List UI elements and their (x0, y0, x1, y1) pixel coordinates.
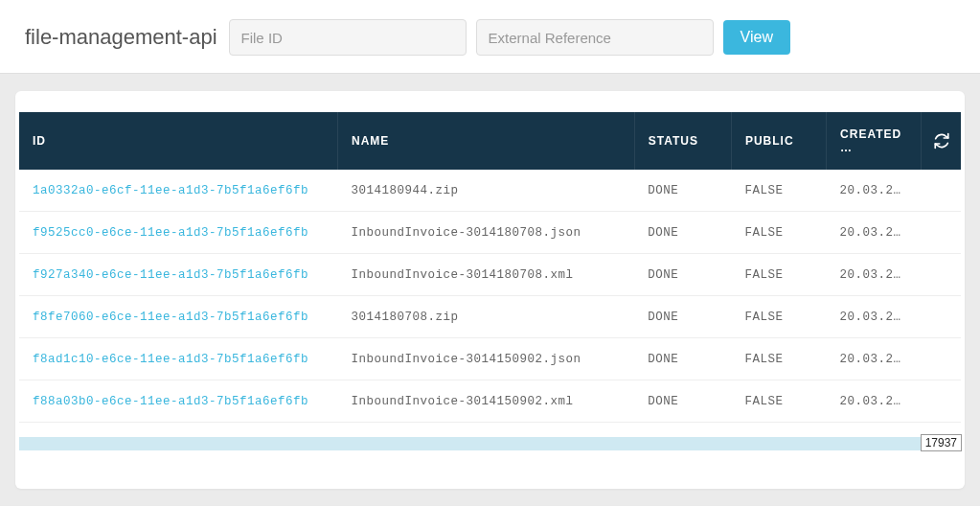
cell-created: 20.03.202… (827, 296, 922, 338)
cell-status: DONE (634, 254, 731, 296)
file-id-link[interactable]: f8ad1c10-e6ce-11ee-a1d3-7b5f1a6ef6fb (33, 353, 308, 366)
cell-created: 20.03.202… (827, 212, 922, 254)
cell-public: FALSE (731, 170, 826, 212)
horizontal-scrollbar[interactable] (19, 437, 961, 450)
cell-empty (922, 380, 961, 423)
cell-public: FALSE (731, 338, 826, 380)
table-row: f9525cc0-e6ce-11ee-a1d3-7b5f1a6ef6fbInbo… (19, 212, 961, 254)
total-count-badge: 17937 (921, 434, 962, 451)
file-id-link[interactable]: f8fe7060-e6ce-11ee-a1d3-7b5f1a6ef6fb (33, 311, 308, 324)
cell-public: FALSE (731, 212, 826, 254)
cell-status: DONE (634, 170, 731, 212)
cell-created: 20.03.202… (827, 380, 922, 423)
cell-public: FALSE (731, 254, 826, 296)
cell-empty (922, 338, 961, 380)
cell-name: InboundInvoice-3014180708.json (337, 212, 634, 254)
content-area: ID NAME STATUS PUBLIC CREATED … (0, 74, 980, 506)
file-id-input[interactable] (229, 19, 467, 56)
table-row: 1a0332a0-e6cf-11ee-a1d3-7b5f1a6ef6fb3014… (19, 170, 961, 212)
cell-id: f9525cc0-e6ce-11ee-a1d3-7b5f1a6ef6fb (19, 212, 337, 254)
cell-public: FALSE (731, 296, 826, 338)
cell-public: FALSE (731, 380, 826, 423)
cell-name: 3014180944.zip (337, 170, 634, 212)
header: file-management-api View (0, 0, 980, 74)
cell-name: InboundInvoice-3014150902.json (337, 338, 634, 380)
column-header-created[interactable]: CREATED … (827, 112, 922, 170)
table-row: f927a340-e6ce-11ee-a1d3-7b5f1a6ef6fbInbo… (19, 254, 961, 296)
cell-status: DONE (634, 296, 731, 338)
cell-id: f8fe7060-e6ce-11ee-a1d3-7b5f1a6ef6fb (19, 296, 337, 338)
table-row: f8fe7060-e6ce-11ee-a1d3-7b5f1a6ef6fb3014… (19, 296, 961, 338)
cell-name: InboundInvoice-3014180708.xml (337, 254, 634, 296)
cell-id: f88a03b0-e6ce-11ee-a1d3-7b5f1a6ef6fb (19, 380, 337, 423)
column-header-status[interactable]: STATUS (634, 112, 731, 170)
cell-status: DONE (634, 338, 731, 380)
cell-status: DONE (634, 380, 731, 423)
refresh-icon (929, 132, 953, 150)
file-id-link[interactable]: f9525cc0-e6ce-11ee-a1d3-7b5f1a6ef6fb (33, 226, 308, 240)
cell-empty (922, 296, 961, 338)
column-header-name[interactable]: NAME (337, 112, 634, 170)
cell-id: f927a340-e6ce-11ee-a1d3-7b5f1a6ef6fb (19, 254, 337, 296)
files-table: ID NAME STATUS PUBLIC CREATED … (19, 112, 961, 423)
app-title: file-management-api (25, 25, 217, 50)
column-header-id[interactable]: ID (19, 112, 337, 170)
cell-empty (922, 254, 961, 296)
cell-id: f8ad1c10-e6ce-11ee-a1d3-7b5f1a6ef6fb (19, 338, 337, 380)
column-header-public[interactable]: PUBLIC (731, 112, 826, 170)
view-button[interactable]: View (723, 20, 790, 55)
cell-created: 20.03.202… (827, 170, 922, 212)
table-card: ID NAME STATUS PUBLIC CREATED … (15, 91, 965, 489)
cell-status: DONE (634, 212, 731, 254)
cell-created: 20.03.202… (827, 254, 922, 296)
column-header-refresh[interactable] (922, 112, 961, 170)
cell-created: 20.03.202… (827, 338, 922, 380)
table-row: f8ad1c10-e6ce-11ee-a1d3-7b5f1a6ef6fbInbo… (19, 338, 961, 380)
external-reference-input[interactable] (476, 19, 714, 56)
file-id-link[interactable]: f927a340-e6ce-11ee-a1d3-7b5f1a6ef6fb (33, 268, 308, 282)
file-id-link[interactable]: 1a0332a0-e6cf-11ee-a1d3-7b5f1a6ef6fb (33, 184, 308, 197)
cell-name: InboundInvoice-3014150902.xml (337, 380, 634, 423)
cell-empty (922, 170, 961, 212)
cell-name: 3014180708.zip (337, 296, 634, 338)
file-id-link[interactable]: f88a03b0-e6ce-11ee-a1d3-7b5f1a6ef6fb (33, 395, 308, 408)
table-row: f88a03b0-e6ce-11ee-a1d3-7b5f1a6ef6fbInbo… (19, 380, 961, 423)
cell-id: 1a0332a0-e6cf-11ee-a1d3-7b5f1a6ef6fb (19, 170, 337, 212)
cell-empty (922, 212, 961, 254)
